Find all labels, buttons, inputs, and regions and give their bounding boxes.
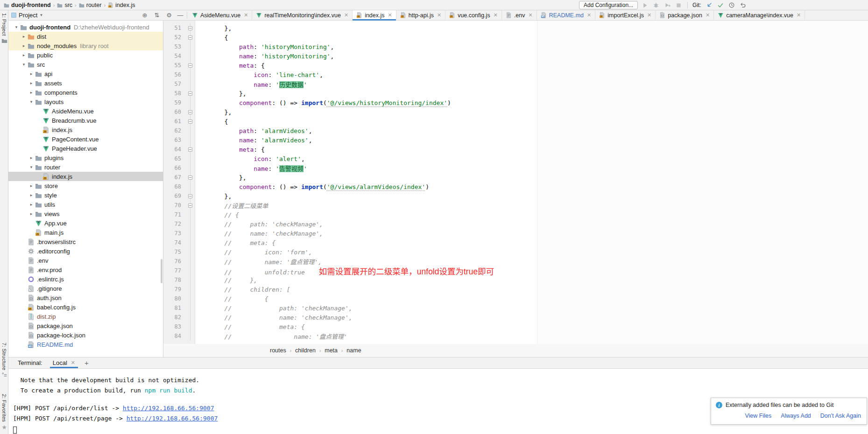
fold-marker[interactable] [185,26,195,30]
project-panel-title[interactable]: Project [19,12,37,19]
stripe-project-button[interactable]: 1: Project [0,13,8,44]
chevron-right-icon[interactable]: ▸ [28,71,35,76]
tree-item-.browserslistrc[interactable]: .browserslistrc [8,237,163,246]
tree-item-package.json[interactable]: {}package.json [8,321,163,330]
editor-tab-readme.md[interactable]: MDREADME.md✕ [537,10,596,20]
tree-item-breadcrumb.vue[interactable]: Breadcrumb.vue [8,116,163,125]
tree-item-public[interactable]: ▸public [8,50,163,60]
chevron-right-icon[interactable]: ▸ [28,183,35,188]
editor-tab-vue.config.js[interactable]: JSvue.config.js✕ [445,10,502,20]
stripe-structure-button[interactable]: 7: Structure [0,343,8,378]
terminal-tab-local[interactable]: Local ✕ [50,357,78,368]
close-icon[interactable]: ✕ [244,12,248,18]
tree-item-.eslintrc.js[interactable]: .eslintrc.js [8,274,163,284]
tree-item-plugins[interactable]: ▸plugins [8,153,163,162]
tree-item-index.js[interactable]: JSindex.js [8,125,163,134]
editor-breadcrumb-item[interactable]: meta [325,347,338,354]
fold-marker[interactable] [185,194,195,198]
tree-item-node-modules[interactable]: ▸node_moduleslibrary root [8,41,163,50]
chevron-down-icon[interactable]: ▾ [13,25,20,29]
code-lines[interactable]: 51 },52 {53 path: 'historyMonitoring',54… [163,23,868,341]
editor-breadcrumb-item[interactable]: children [295,347,316,354]
chevron-right-icon[interactable]: ▸ [28,90,35,95]
locate-file-icon[interactable]: ⊕ [141,12,148,19]
notification-action-view-files[interactable]: View Files [745,413,771,419]
run-with-coverage-icon[interactable] [663,1,671,9]
hide-panel-icon[interactable]: — [175,10,186,20]
tree-item-.env.prod[interactable]: .env.prod [8,265,163,274]
git-history-icon[interactable] [727,1,736,9]
fold-marker[interactable] [185,147,195,152]
terminal-link[interactable]: http://192.168.66.56:9007 [127,415,218,422]
editor-tab-index.js[interactable]: JSindex.js✕ [353,10,396,20]
code-editor[interactable]: 51 },52 {53 path: 'historyMonitoring',54… [163,21,868,344]
close-icon[interactable]: ✕ [529,12,533,18]
fold-marker[interactable] [185,175,195,180]
notification-action-don-t-ask-again[interactable]: Don't Ask Again [820,413,861,419]
close-icon[interactable]: ✕ [388,12,392,18]
editor-tab-asidemenu.vue[interactable]: AsideMenu.vue✕ [188,10,252,20]
breadcrumb-item[interactable]: src [57,2,72,8]
tree-item-main.js[interactable]: JSmain.js [8,228,163,237]
new-terminal-tab-button[interactable]: + [85,359,89,367]
tree-item-babel.config.js[interactable]: JSbabel.config.js [8,302,163,312]
stop-icon[interactable] [674,1,683,9]
stripe-favorites-button[interactable]: 2: Favorites ★ [0,394,8,431]
breadcrumb-item[interactable]: router [79,2,102,8]
editor-tab-cameramanage-index.vue[interactable]: cameraManage\index.vue✕ [714,10,805,20]
close-icon[interactable]: ✕ [587,12,591,18]
tree-item-package-lock.json[interactable]: {}package-lock.json [8,330,163,340]
tree-item-pagecontent.vue[interactable]: PageContent.vue [8,134,163,144]
tree-item-auth.json[interactable]: {}auth.json [8,293,163,302]
tree-item-style[interactable]: ▸style [8,190,163,200]
chevron-right-icon[interactable]: ▸ [28,155,35,160]
fold-marker[interactable] [185,63,195,68]
editor-tab-realtimemonitoring-index.vue[interactable]: realTimeMonitoring\index.vue✕ [252,10,353,20]
fold-marker[interactable] [185,35,195,40]
debug-icon[interactable] [652,1,660,9]
tree-item-dist.zip[interactable]: dist.zip [8,312,163,321]
tree-item-dist[interactable]: ▸dist [8,32,163,41]
fold-marker[interactable] [185,91,195,96]
chevron-down-icon[interactable]: ▾ [28,165,35,169]
project-tree[interactable]: ▾duoji-frontendD:\zheheWeb\duoji-fronten… [8,21,163,357]
close-icon[interactable]: ✕ [71,360,75,366]
tree-item-views[interactable]: ▸views [8,209,163,218]
tree-item-utils[interactable]: ▸utils [8,200,163,209]
notification-action-always-add[interactable]: Always Add [781,413,811,419]
editor-breadcrumb-item[interactable]: name [346,347,361,354]
editor-breadcrumb-item[interactable]: routes [270,347,286,354]
editor-tab-package.json[interactable]: {}package.json✕ [656,10,714,20]
tree-item-index.js[interactable]: JSindex.js [8,172,163,181]
tree-item-components[interactable]: ▸components [8,88,163,97]
fold-marker[interactable] [185,203,195,208]
tree-item-.gitignore[interactable]: .gitignore [8,284,163,293]
chevron-right-icon[interactable]: ▸ [28,211,35,216]
project-tree-scrollbar[interactable] [161,259,162,283]
editor-tab-.env[interactable]: .env✕ [502,10,537,20]
settings-icon[interactable]: ⚙ [163,10,175,20]
close-icon[interactable]: ✕ [706,12,710,18]
close-icon[interactable]: ✕ [437,12,441,18]
chevron-right-icon[interactable]: ▸ [28,81,35,85]
chevron-right-icon[interactable]: ▸ [28,202,35,207]
tree-item-asidemenu.vue[interactable]: AsideMenu.vue [8,106,163,116]
close-icon[interactable]: ✕ [647,12,651,18]
add-configuration-button[interactable]: Add Configuration... [579,1,638,9]
tree-item-router[interactable]: ▾router [8,162,163,172]
tree-item-api[interactable]: ▸api [8,69,163,78]
editor-tab-importexcel.js[interactable]: JSimportExcel.js✕ [595,10,656,20]
terminal-link[interactable]: http://192.168.66.56:9007 [123,405,214,412]
close-icon[interactable]: ✕ [797,12,801,18]
tree-item-duoji-frontend[interactable]: ▾duoji-frontendD:\zheheWeb\duoji-fronten… [8,22,163,32]
breadcrumb-item[interactable]: duoji-frontend [4,2,51,8]
chevron-right-icon[interactable]: ▸ [21,34,27,39]
tree-item-store[interactable]: ▸store [8,181,163,190]
editor-tab-http-api.js[interactable]: JShttp-api.js✕ [396,10,445,20]
tree-item-.env[interactable]: .env [8,256,163,265]
chevron-right-icon[interactable]: ▸ [21,43,27,48]
close-icon[interactable]: ✕ [494,12,498,18]
git-commit-icon[interactable] [716,1,725,9]
tree-item-assets[interactable]: ▸assets [8,78,163,88]
close-icon[interactable]: ✕ [344,12,348,18]
